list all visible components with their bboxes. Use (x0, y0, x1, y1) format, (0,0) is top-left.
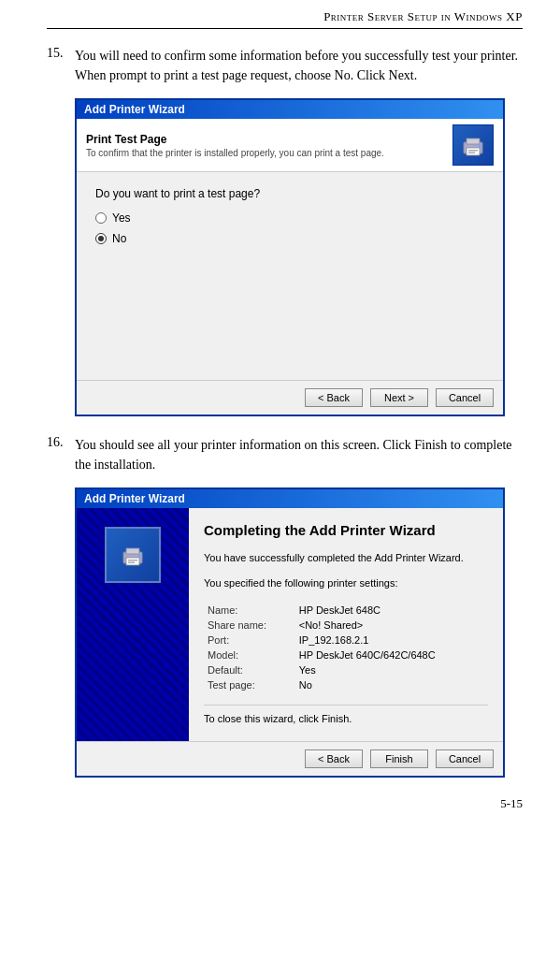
info-label: Name: (206, 604, 295, 617)
completing-body: Completing the Add Printer Wizard You ha… (77, 508, 503, 741)
svg-rect-10 (128, 560, 137, 561)
dialog1-section-subtitle: To confirm that the printer is installed… (86, 148, 384, 158)
info-value: HP DeskJet 640C/642C/648C (297, 648, 486, 662)
dialog1-cancel-button[interactable]: Cancel (436, 388, 494, 407)
info-label: Test page: (206, 678, 295, 691)
dialog2-back-button[interactable]: < Back (305, 749, 363, 768)
dialog1-titlebar: Add Printer Wizard (77, 100, 503, 119)
print-test-page-dialog: Add Printer Wizard Print Test Page To co… (75, 98, 505, 416)
svg-rect-5 (468, 153, 475, 154)
svg-rect-11 (128, 562, 135, 564)
printer-icon-box (452, 124, 494, 166)
info-label: Share name: (206, 618, 295, 632)
dialog1-content: Do you want to print a test page? Yes No (77, 172, 503, 380)
svg-rect-4 (468, 150, 478, 152)
printer-icon (459, 131, 487, 159)
info-table-row: Name:HP DeskJet 648C (206, 604, 486, 617)
dialog2-buttons: < Back Finish Cancel (77, 741, 503, 776)
dialog1-title-label: Add Printer Wizard (84, 103, 185, 116)
dialog2-title-label: Add Printer Wizard (84, 492, 185, 505)
radio-no-option[interactable]: No (95, 232, 484, 245)
dialog1-back-button[interactable]: < Back (305, 388, 363, 407)
dialog2-cancel-button[interactable]: Cancel (436, 749, 494, 768)
info-table-row: Port:IP_192.168.2.1 (206, 633, 486, 647)
step-15-text: 15. You will need to confirm some inform… (47, 46, 523, 85)
dialog1-section-title: Print Test Page (86, 133, 384, 146)
radio-yes-label: Yes (112, 211, 131, 225)
completing-desc2: You specified the following printer sett… (204, 576, 488, 590)
radio-no-label: No (112, 232, 126, 245)
info-value: IP_192.168.2.1 (297, 633, 486, 647)
completing-printer-icon-box (105, 527, 161, 583)
dialog1-section-info: Print Test Page To confirm that the prin… (86, 133, 384, 158)
dialog1-section-header: Print Test Page To confirm that the prin… (77, 119, 503, 172)
dialog1-body: Print Test Page To confirm that the prin… (77, 119, 503, 415)
page-number: 5-15 (47, 796, 523, 811)
svg-rect-2 (467, 148, 480, 155)
step-15-block: 15. You will need to confirm some inform… (47, 46, 523, 416)
info-table-row: Share name:<No! Shared> (206, 618, 486, 632)
step-16-text: 16. You should see all your printer info… (47, 435, 523, 474)
completing-desc1: You have successfully completed the Add … (204, 551, 488, 565)
step-16-block: 16. You should see all your printer info… (47, 435, 523, 778)
page-header: Printer Server Setup in Windows XP (47, 9, 523, 29)
step-16-number: 16. (47, 435, 75, 474)
svg-rect-7 (126, 548, 139, 554)
radio-yes-option[interactable]: Yes (95, 211, 484, 225)
completing-right-panel: Completing the Add Printer Wizard You ha… (189, 508, 503, 741)
info-value: No (297, 678, 486, 691)
completing-wizard-dialog: Add Printer Wizard Completing the (75, 488, 505, 778)
dialog1-buttons: < Back Next > Cancel (77, 380, 503, 415)
completing-footer: To close this wizard, click Finish. (204, 705, 488, 724)
step-16-description: You should see all your printer informat… (75, 435, 523, 474)
dialog2-finish-button[interactable]: Finish (370, 749, 428, 768)
header-title: Printer Server Setup in Windows XP (323, 9, 523, 23)
radio-no-dot (98, 236, 104, 241)
info-label: Port: (206, 633, 295, 647)
dialog2-titlebar: Add Printer Wizard (77, 489, 503, 508)
completing-left-panel (77, 508, 189, 741)
info-table-row: Test page:No (206, 678, 486, 691)
dialog1-next-button[interactable]: Next > (370, 388, 428, 407)
step-15-description: You will need to confirm some informatio… (75, 46, 523, 85)
info-table-row: Model:HP DeskJet 640C/642C/648C (206, 648, 486, 662)
dialog1-spacer (95, 253, 484, 365)
svg-point-9 (138, 555, 141, 558)
svg-rect-8 (126, 558, 139, 565)
info-label: Default: (206, 663, 295, 677)
info-table-row: Default:Yes (206, 663, 486, 677)
info-value: Yes (297, 663, 486, 677)
radio-no-circle[interactable] (95, 233, 107, 244)
step-15-number: 15. (47, 46, 75, 85)
info-value: <No! Shared> (297, 618, 486, 632)
svg-point-3 (479, 145, 481, 148)
svg-rect-1 (467, 138, 480, 144)
info-label: Model: (206, 648, 295, 662)
completing-printer-icon (119, 541, 147, 569)
completing-title: Completing the Add Printer Wizard (204, 521, 488, 540)
info-value: HP DeskJet 648C (297, 604, 486, 617)
radio-yes-circle[interactable] (95, 212, 107, 224)
dialog1-question: Do you want to print a test page? (95, 187, 484, 200)
printer-info-table: Name:HP DeskJet 648CShare name:<No! Shar… (204, 602, 488, 693)
